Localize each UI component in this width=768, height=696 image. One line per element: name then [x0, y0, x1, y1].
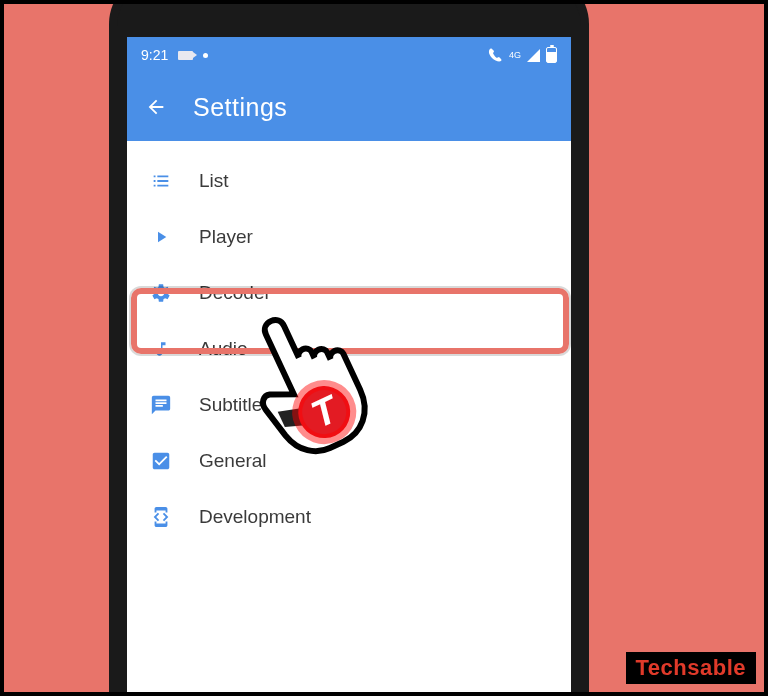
battery-icon — [546, 47, 557, 63]
settings-item-list[interactable]: List — [127, 153, 571, 209]
settings-label: Player — [199, 226, 253, 248]
settings-label: List — [199, 170, 229, 192]
settings-content: List Player Decoder — [127, 141, 571, 696]
camcorder-icon — [178, 51, 193, 60]
status-right: 4G — [487, 47, 557, 63]
music-note-icon — [149, 337, 173, 361]
developer-icon — [149, 505, 173, 529]
settings-label: General — [199, 450, 267, 472]
check-box-icon — [149, 449, 173, 473]
status-left: 9:21 — [141, 47, 208, 63]
back-arrow-icon[interactable] — [145, 96, 167, 118]
call-icon — [487, 48, 503, 62]
watermark: Techsable — [626, 652, 756, 684]
settings-item-subtitle[interactable]: Subtitle — [127, 377, 571, 433]
status-bar: 9:21 4G — [127, 37, 571, 73]
settings-item-audio[interactable]: Audio — [127, 321, 571, 377]
phone-frame: 9:21 4G Settings — [109, 0, 589, 696]
play-icon — [149, 225, 173, 249]
status-time: 9:21 — [141, 47, 168, 63]
settings-item-development[interactable]: Development — [127, 489, 571, 545]
status-dot-icon — [203, 53, 208, 58]
signal-icon — [527, 49, 540, 62]
settings-item-player[interactable]: Player — [127, 209, 571, 265]
settings-label: Subtitle — [199, 394, 262, 416]
app-bar: Settings — [127, 73, 571, 141]
settings-label: Decoder — [199, 282, 271, 304]
settings-item-decoder[interactable]: Decoder — [127, 265, 571, 321]
settings-item-general[interactable]: General — [127, 433, 571, 489]
gear-icon — [149, 281, 173, 305]
screen: 9:21 4G Settings — [127, 37, 571, 696]
phone-bezel: 9:21 4G Settings — [117, 0, 581, 696]
page-title: Settings — [193, 93, 287, 122]
list-icon — [149, 169, 173, 193]
watermark-text: Techsable — [636, 655, 746, 680]
settings-label: Audio — [199, 338, 248, 360]
settings-label: Development — [199, 506, 311, 528]
chat-icon — [149, 393, 173, 417]
network-label: 4G — [509, 50, 521, 60]
